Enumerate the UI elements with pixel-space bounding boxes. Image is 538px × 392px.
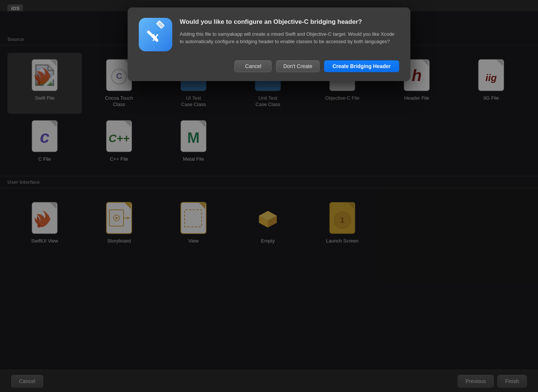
dialog-text: Would you like to configure an Objective… <box>180 18 399 45</box>
dialog-buttons: Cancel Don't Create Create Bridging Head… <box>139 60 399 72</box>
dialog-overlay: X Would you like to configure an Objecti… <box>0 0 538 392</box>
dialog-body: Adding this file to samyakapp will creat… <box>180 30 399 45</box>
dialog-title: Would you like to configure an Objective… <box>180 18 399 26</box>
dialog-dont-create-button[interactable]: Don't Create <box>276 60 319 72</box>
dialog-box: X Would you like to configure an Objecti… <box>128 7 410 81</box>
svg-text:X: X <box>152 32 159 43</box>
dialog-top: X Would you like to configure an Objecti… <box>139 18 399 51</box>
dialog-cancel-button[interactable]: Cancel <box>234 60 272 72</box>
dialog-create-button[interactable]: Create Bridging Header <box>324 60 399 72</box>
xcode-icon: X <box>139 18 172 51</box>
